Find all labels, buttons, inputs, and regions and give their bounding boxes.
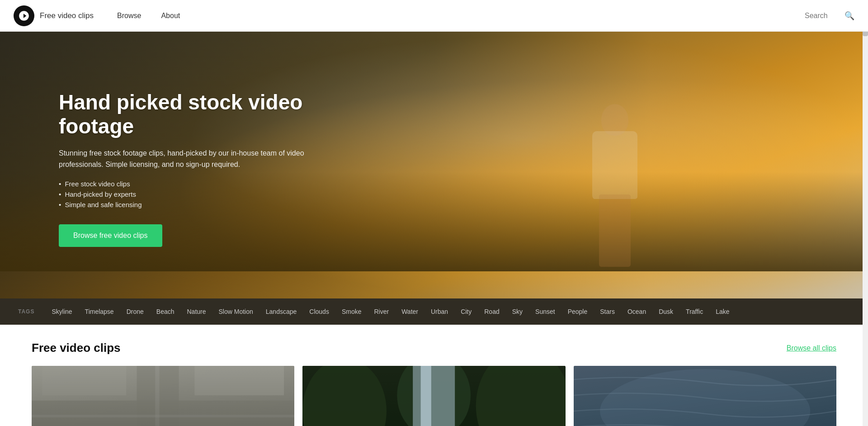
tags-label: TAGS — [18, 308, 34, 315]
svg-point-13 — [476, 366, 566, 426]
tag-urban[interactable]: Urban — [425, 308, 454, 315]
tag-sunset[interactable]: Sunset — [529, 308, 561, 315]
tags-bar: TAGS Skyline Timelapse Drone Beach Natur… — [0, 298, 868, 325]
hero-content: Hand picked stock video footage Stunning… — [59, 90, 339, 247]
tag-ocean[interactable]: Ocean — [621, 308, 652, 315]
clip-card-3-inner — [574, 366, 836, 426]
tag-water[interactable]: Water — [395, 308, 425, 315]
svg-rect-6 — [42, 366, 126, 395]
clip-card-3[interactable] — [574, 366, 836, 426]
hero-bullet-3: Simple and safe licensing — [59, 199, 339, 210]
tag-stars[interactable]: Stars — [594, 308, 621, 315]
tag-drone[interactable]: Drone — [120, 308, 150, 315]
tag-lake[interactable]: Lake — [709, 308, 736, 315]
hero-bullet-1: Free stock video clips — [59, 179, 339, 189]
hero-section: Hand picked stock video footage Stunning… — [0, 32, 868, 298]
svg-rect-5 — [32, 415, 294, 417]
hero-heading: Hand picked stock video footage — [59, 90, 339, 138]
clips-header: Free video clips Browse all clips — [32, 341, 836, 355]
clips-section: Free video clips Browse all clips — [0, 325, 868, 426]
clip-card-1-inner — [32, 366, 294, 426]
clip-card-2[interactable] — [302, 366, 565, 426]
clips-grid — [32, 366, 836, 426]
tag-dusk[interactable]: Dusk — [652, 308, 679, 315]
svg-rect-16 — [421, 366, 431, 426]
tag-skyline[interactable]: Skyline — [45, 308, 78, 315]
clip-card-1[interactable] — [32, 366, 294, 426]
tag-slow-motion[interactable]: Slow Motion — [212, 308, 259, 315]
clip-card-2-inner — [302, 366, 565, 426]
svg-rect-3 — [32, 401, 294, 426]
search-icon[interactable]: 🔍 — [844, 11, 854, 21]
logo-icon — [14, 5, 34, 26]
svg-rect-7 — [194, 366, 284, 395]
tag-river[interactable]: River — [368, 308, 395, 315]
logo-text: Free video clips — [40, 11, 94, 20]
svg-point-12 — [302, 366, 387, 426]
tag-sky[interactable]: Sky — [506, 308, 529, 315]
nav-about[interactable]: About — [151, 0, 190, 32]
search-area: 🔍 — [805, 11, 854, 21]
tag-city[interactable]: City — [454, 308, 478, 315]
svg-rect-2 — [137, 366, 179, 426]
tag-traffic[interactable]: Traffic — [679, 308, 709, 315]
scrollbar-track[interactable] — [863, 0, 868, 426]
nav-browse[interactable]: Browse — [107, 0, 151, 32]
search-input[interactable] — [805, 12, 841, 20]
tag-road[interactable]: Road — [478, 308, 505, 315]
tag-clouds[interactable]: Clouds — [303, 308, 335, 315]
tag-people[interactable]: People — [561, 308, 594, 315]
header: Free video clips Browse About 🔍 — [0, 0, 868, 32]
svg-rect-1 — [32, 366, 294, 426]
tag-beach[interactable]: Beach — [150, 308, 181, 315]
tags-list: Skyline Timelapse Drone Beach Nature Slo… — [45, 308, 736, 315]
tag-smoke[interactable]: Smoke — [335, 308, 368, 315]
hero-description: Stunning free stock footage clips, hand-… — [59, 147, 339, 170]
browse-all-link[interactable]: Browse all clips — [787, 344, 836, 352]
hero-cta-button[interactable]: Browse free video clips — [59, 224, 162, 247]
tag-landscape[interactable]: Landscape — [259, 308, 303, 315]
clips-title: Free video clips — [32, 341, 121, 355]
svg-rect-15 — [413, 366, 455, 426]
svg-rect-4 — [155, 366, 159, 426]
hero-bullet-2: Hand-picked by experts — [59, 189, 339, 199]
hero-bullets: Free stock video clips Hand-picked by ex… — [59, 179, 339, 210]
svg-rect-0 — [32, 366, 294, 426]
main-nav: Browse About — [107, 0, 190, 32]
logo-link[interactable]: Free video clips — [14, 5, 94, 26]
tag-nature[interactable]: Nature — [181, 308, 212, 315]
tag-timelapse[interactable]: Timelapse — [79, 308, 120, 315]
